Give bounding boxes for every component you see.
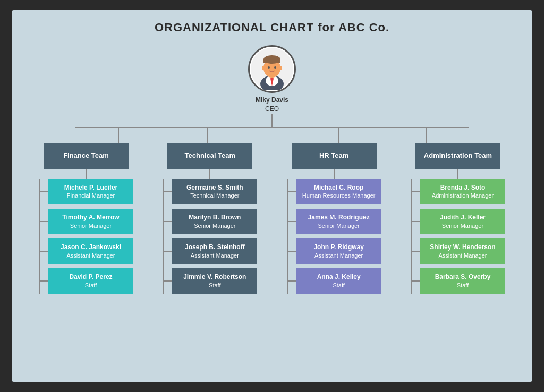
hr-top-stub xyxy=(334,169,335,179)
tech-card-2: Joseph B. Steinhoff Assistant Manager xyxy=(172,238,257,264)
drop-hr xyxy=(338,127,339,143)
svg-point-10 xyxy=(262,66,265,70)
admin-team-header: Administration Team xyxy=(415,143,500,169)
ceo-name: Miky Davis xyxy=(256,96,288,105)
admin-card-0: Brenda J. Soto Administration Manager xyxy=(420,179,505,204)
finance-bracket-seg-0 xyxy=(39,191,48,192)
finance-lines: Michele P. Lucifer Financial Manager Tim… xyxy=(39,179,133,294)
finance-row-2: Jason C. Jankowski Assistant Manager xyxy=(39,238,133,264)
tech-row-1: Marilyn B. Brown Senior Manager xyxy=(163,209,257,234)
ceo-avatar-icon xyxy=(251,48,293,90)
technical-bracket: Germaine S. Smith Technical Manager Mari… xyxy=(163,179,257,294)
admin-bracket: Brenda J. Soto Administration Manager Ju… xyxy=(411,179,505,294)
ceo-h-line xyxy=(75,127,469,128)
hr-bracket: Michael C. Roop Human Resources Manager … xyxy=(287,179,381,294)
finance-team-header: Finance Team xyxy=(44,143,129,169)
tech-card-1: Marilyn B. Brown Senior Manager xyxy=(172,209,257,234)
finance-card-2: Jason C. Jankowski Assistant Manager xyxy=(48,238,133,264)
svg-rect-7 xyxy=(264,59,280,63)
tech-card-0: Germaine S. Smith Technical Manager xyxy=(172,179,257,204)
hr-row-3: Anna J. Kelley Staff xyxy=(287,268,381,294)
finance-card-0: Michele P. Lucifer Financial Manager xyxy=(48,179,133,204)
chart-title: ORGANIZATIONAL CHART for ABC Co. xyxy=(22,21,522,35)
svg-point-8 xyxy=(268,66,270,69)
drop-finance xyxy=(118,127,119,143)
tech-row-2: Joseph B. Steinhoff Assistant Manager xyxy=(163,238,257,264)
tech-card-3: Jimmie V. Robertson Staff xyxy=(172,268,257,294)
finance-top-stub xyxy=(86,169,87,179)
h-stub-3 xyxy=(39,280,48,282)
hr-team-header: HR Team xyxy=(292,143,377,169)
hr-team-col: HR Team Michael C. Roop Human Resources … xyxy=(276,143,393,294)
hr-card-2: John P. Ridgway Assistant Manager xyxy=(296,238,381,264)
drop-admin xyxy=(426,127,427,143)
technical-team-col: Technical Team Germaine S. Smith Technic… xyxy=(151,143,268,294)
finance-team-col: Finance Team Michele P. Lucifer Financia… xyxy=(28,143,144,294)
admin-card-2: Shirley W. Henderson Assistant Manager xyxy=(420,238,505,264)
hr-row-1: James M. Rodriguez Senior Manager xyxy=(287,209,381,234)
h-stub-0 xyxy=(39,191,48,192)
svg-point-9 xyxy=(274,66,276,69)
admin-top-stub xyxy=(457,169,458,179)
tech-top-stub xyxy=(209,169,210,179)
ceo-role: CEO xyxy=(256,105,288,114)
technical-team-header: Technical Team xyxy=(167,143,252,169)
ceo-v-line xyxy=(271,114,273,127)
teams-row: Finance Team Michele P. Lucifer Financia… xyxy=(22,143,522,294)
finance-card-1: Timothy A. Merrow Senior Manager xyxy=(48,209,133,234)
ceo-avatar xyxy=(248,45,296,93)
admin-team-col: Administration Team Brenda J. Soto Admin… xyxy=(400,143,516,294)
hr-card-3: Anna J. Kelley Staff xyxy=(296,268,381,294)
finance-bracket: Michele P. Lucifer Financial Manager Tim… xyxy=(39,179,133,294)
hr-row-0: Michael C. Roop Human Resources Manager xyxy=(287,179,381,204)
admin-row-1: Judith J. Keller Senior Manager xyxy=(411,209,505,234)
admin-card-3: Barbara S. Overby Staff xyxy=(420,268,505,294)
hr-card-0: Michael C. Roop Human Resources Manager xyxy=(296,179,381,204)
admin-row-3: Barbara S. Overby Staff xyxy=(411,268,505,294)
ceo-info: Miky Davis CEO xyxy=(256,96,288,114)
h-stub-2 xyxy=(39,251,48,252)
admin-lines: Brenda J. Soto Administration Manager Ju… xyxy=(411,179,505,294)
admin-card-1: Judith J. Keller Senior Manager xyxy=(420,209,505,234)
admin-row-2: Shirley W. Henderson Assistant Manager xyxy=(411,238,505,264)
h-stub-1 xyxy=(39,221,48,222)
ceo-connector xyxy=(22,114,522,128)
finance-row-0: Michele P. Lucifer Financial Manager xyxy=(39,179,133,204)
admin-row-0: Brenda J. Soto Administration Manager xyxy=(411,179,505,204)
drop-technical xyxy=(207,127,208,143)
hr-lines: Michael C. Roop Human Resources Manager … xyxy=(287,179,381,294)
finance-row-1: Timothy A. Merrow Senior Manager xyxy=(39,209,133,234)
ceo-section: Miky Davis CEO xyxy=(22,45,522,114)
finance-card-3: David P. Perez Staff xyxy=(48,268,133,294)
hr-card-1: James M. Rodriguez Senior Manager xyxy=(296,209,381,234)
tech-row-0: Germaine S. Smith Technical Manager xyxy=(163,179,257,204)
svg-point-11 xyxy=(279,66,282,70)
finance-row-3: David P. Perez Staff xyxy=(39,268,133,294)
hr-row-2: John P. Ridgway Assistant Manager xyxy=(287,238,381,264)
tech-lines: Germaine S. Smith Technical Manager Mari… xyxy=(163,179,257,294)
tech-row-3: Jimmie V. Robertson Staff xyxy=(163,268,257,294)
chart-container: ORGANIZATIONAL CHART for ABC Co. xyxy=(12,10,532,382)
